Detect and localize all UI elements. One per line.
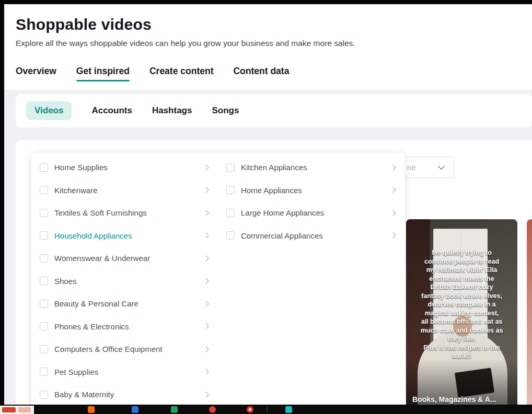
app-icon-orange[interactable] — [88, 406, 95, 413]
taskbar-app-preview[interactable] — [0, 406, 34, 414]
filter-value: ne — [407, 163, 416, 172]
chevron-right-icon — [203, 233, 209, 239]
checkbox[interactable] — [40, 322, 48, 330]
taskbar-divider — [267, 406, 268, 412]
checkbox[interactable] — [40, 345, 48, 353]
category-label: Phones & Electronics — [54, 322, 129, 331]
chevron-right-icon — [203, 187, 209, 193]
chevron-right-icon — [203, 210, 209, 216]
chevron-right-icon — [203, 255, 209, 261]
subtab-card: Videos Accounts Hashtags Songs — [16, 94, 532, 127]
category-item-home-supplies[interactable]: Home Supplies — [31, 156, 218, 179]
category-column-primary: Home Supplies Kitchenware Textiles & Sof… — [31, 152, 218, 405]
category-label: Home Supplies — [54, 163, 108, 172]
category-item-womenswear[interactable]: Womenswear & Underwear — [31, 247, 218, 270]
chevron-right-icon — [203, 392, 209, 397]
checkbox[interactable] — [40, 254, 48, 263]
video-card-partial[interactable] — [527, 219, 532, 405]
chevron-right-icon — [203, 346, 209, 352]
tab-get-inspired[interactable]: Get inspired — [76, 66, 130, 77]
app-icon-teal[interactable] — [285, 406, 292, 413]
video-overlay-text: Me quietly trying to convince people to … — [410, 249, 513, 361]
checkbox[interactable] — [40, 277, 48, 285]
category-label: Textiles & Soft Furnishings — [54, 208, 147, 217]
checkbox[interactable] — [40, 391, 48, 399]
subtab-hashtags[interactable]: Hashtags — [152, 105, 192, 116]
checkbox[interactable] — [226, 209, 235, 217]
subcategory-item-commercial-appliances[interactable]: Commercial Appliances — [218, 224, 405, 247]
category-item-household-appliances[interactable]: Household Appliances — [31, 224, 218, 247]
checkbox[interactable] — [226, 231, 235, 240]
preview-red-shape — [2, 407, 16, 412]
checkbox[interactable] — [40, 368, 48, 376]
record-inner-dot — [249, 408, 251, 411]
category-label: Kitchenware — [54, 186, 98, 195]
category-item-beauty[interactable]: Beauty & Personal Care — [31, 292, 218, 315]
page-title: Shoppable videos — [16, 16, 152, 33]
category-label: Beauty & Personal Care — [54, 299, 138, 308]
category-label: Home Appliances — [241, 186, 302, 195]
tab-create-content[interactable]: Create content — [149, 66, 214, 77]
preview-light-shape — [18, 407, 31, 412]
chevron-right-icon — [390, 233, 396, 239]
subcategory-item-kitchen-appliances[interactable]: Kitchen Appliances — [218, 156, 405, 179]
category-label: Baby & Maternity — [54, 390, 114, 399]
app-icon-blue[interactable] — [132, 406, 138, 413]
category-label: Household Appliances — [54, 231, 132, 240]
checkbox[interactable] — [40, 300, 48, 308]
subtab-videos[interactable]: Videos — [26, 101, 72, 120]
app-icon-red-circle[interactable] — [209, 406, 216, 413]
chevron-right-icon — [390, 164, 396, 170]
checkbox[interactable] — [40, 231, 48, 240]
app-icon-green[interactable] — [171, 406, 178, 413]
category-item-textiles[interactable]: Textiles & Soft Furnishings — [31, 202, 218, 224]
checkbox[interactable] — [40, 186, 48, 194]
video-caption: Books, Magazines & A... — [412, 395, 496, 404]
checkbox[interactable] — [40, 163, 48, 172]
subcategory-item-home-appliances[interactable]: Home Appliances — [218, 179, 405, 202]
category-column-secondary: Kitchen Appliances Home Appliances Large… — [218, 152, 405, 405]
chevron-down-icon — [438, 163, 445, 170]
page-subtitle: Explore all the ways shoppable videos ca… — [16, 39, 355, 48]
main-content-card: ne Home Supplies Kitchenware Textiles & … — [16, 140, 532, 405]
chevron-right-icon — [390, 187, 396, 193]
chevron-right-icon — [203, 301, 209, 306]
category-item-baby-maternity[interactable]: Baby & Maternity — [31, 383, 218, 405]
category-item-phones[interactable]: Phones & Electronics — [31, 315, 218, 338]
category-label: Commercial Appliances — [241, 231, 323, 240]
checkbox[interactable] — [226, 186, 235, 194]
subtab-accounts[interactable]: Accounts — [91, 105, 132, 116]
chevron-right-icon — [203, 324, 209, 329]
tab-overview[interactable]: Overview — [16, 66, 56, 77]
tab-content-data[interactable]: Content data — [233, 66, 289, 77]
subcategory-item-large-home-appliances[interactable]: Large Home Appliances — [218, 202, 405, 224]
category-label: Womenswear & Underwear — [54, 254, 150, 263]
category-dropdown-panel: Home Supplies Kitchenware Textiles & Sof… — [31, 152, 405, 405]
main-tab-bar: Overview Get inspired Create content Con… — [16, 64, 289, 78]
video-card[interactable]: Me quietly trying to convince people to … — [406, 219, 517, 405]
top-black-bar — [0, 0, 532, 4]
page: Shoppable videos Explore all the ways sh… — [0, 0, 532, 414]
subtab-songs[interactable]: Songs — [212, 105, 239, 116]
category-label: Pet Supplies — [54, 368, 98, 376]
chevron-right-icon — [203, 164, 209, 170]
category-item-computers[interactable]: Computers & Office Equipment — [31, 338, 218, 361]
category-label: Computers & Office Equipment — [54, 345, 162, 353]
category-item-pet-supplies[interactable]: Pet Supplies — [31, 361, 218, 384]
category-item-shoes[interactable]: Shoes — [31, 270, 218, 293]
checkbox[interactable] — [226, 163, 235, 172]
app-icon-record[interactable] — [247, 406, 253, 413]
checkbox[interactable] — [40, 209, 48, 217]
category-label: Shoes — [54, 277, 77, 286]
taskbar — [0, 405, 532, 414]
chevron-right-icon — [203, 278, 209, 284]
category-label: Kitchen Appliances — [241, 163, 307, 172]
left-black-bar — [0, 4, 4, 406]
category-item-kitchenware[interactable]: Kitchenware — [31, 179, 218, 202]
chevron-right-icon — [203, 369, 209, 375]
chevron-right-icon — [390, 210, 396, 216]
category-label: Large Home Appliances — [241, 208, 324, 217]
